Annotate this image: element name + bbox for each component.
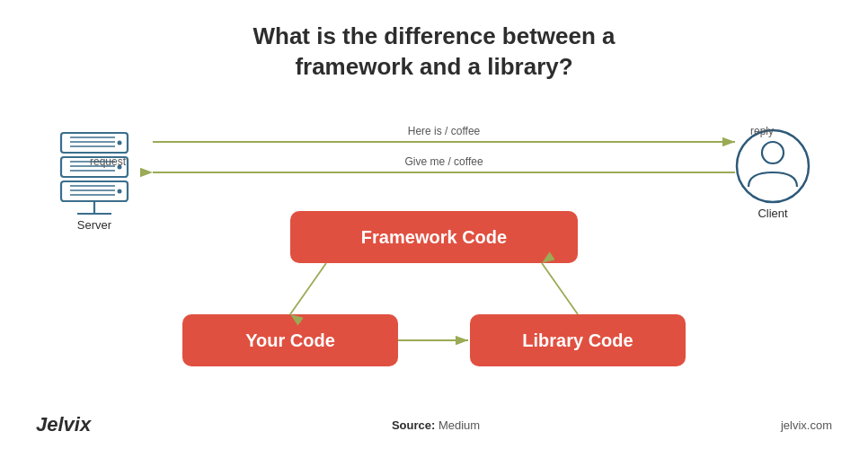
svg-text:Server: Server: [77, 218, 112, 232]
svg-rect-5: [61, 133, 128, 153]
source-text: Source: Medium: [392, 418, 480, 432]
svg-rect-32: [290, 211, 578, 263]
svg-text:reply: reply: [750, 125, 774, 137]
svg-text:Framework Code: Framework Code: [361, 227, 507, 247]
svg-text:Library Code: Library Code: [522, 330, 633, 350]
diagram-area: Server Client Here is / coffee reply Giv…: [36, 108, 832, 413]
footer: Jelvix Source: Medium jelvix.com: [0, 413, 868, 436]
svg-text:Here is / coffee: Here is / coffee: [408, 125, 481, 137]
svg-rect-36: [470, 314, 686, 366]
svg-point-9: [118, 140, 122, 145]
brand-url: jelvix.com: [781, 418, 832, 432]
brand-logo: Jelvix: [36, 413, 91, 436]
svg-rect-34: [182, 314, 398, 366]
svg-text:Client: Client: [757, 207, 788, 220]
svg-rect-10: [61, 157, 128, 177]
svg-text:Your Code: Your Code: [245, 330, 335, 350]
svg-point-14: [118, 164, 122, 169]
page-title: What is the difference between a framewo…: [36, 22, 832, 83]
svg-point-19: [118, 189, 122, 193]
svg-text:request: request: [90, 155, 127, 168]
page-container: What is the difference between a framewo…: [0, 0, 868, 449]
svg-rect-15: [61, 181, 128, 201]
svg-point-24: [762, 142, 784, 163]
svg-text:Give me / coffee: Give me / coffee: [404, 155, 483, 168]
svg-point-23: [737, 130, 809, 202]
